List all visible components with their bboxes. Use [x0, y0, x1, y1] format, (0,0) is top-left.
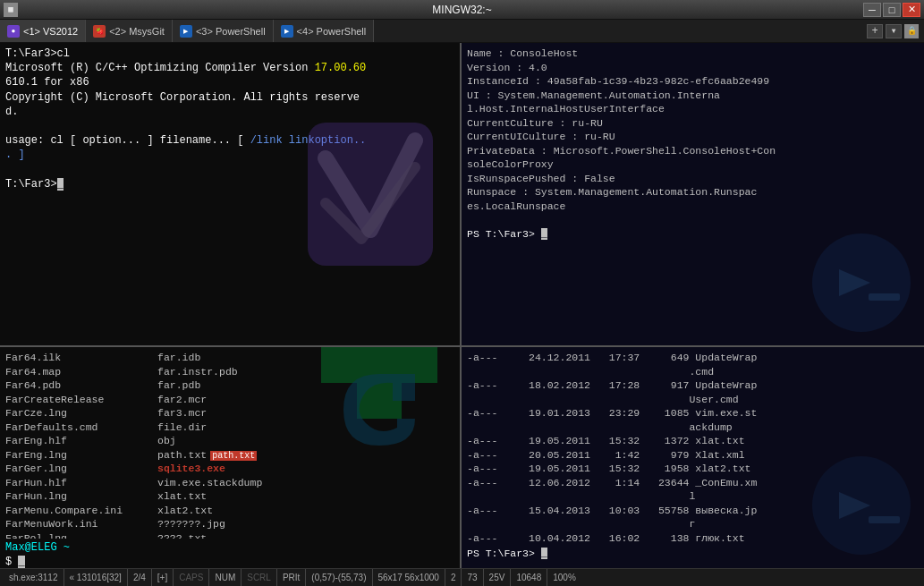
cmd-line-9	[5, 163, 454, 177]
ps-line-uiculture: CurrentUICulture : ru-RU	[467, 130, 919, 144]
tab-options-button[interactable]: ▾	[886, 24, 902, 38]
dir-row-8: -a--- 15.04.2013 10:03 55758 вывеска.jp …	[467, 504, 919, 531]
dir-row-6: -a--- 19.05.2011 15:32 1958 xlat2.txt	[467, 462, 919, 476]
ps2-icon: ▶	[281, 25, 293, 38]
file-item: far.idb	[157, 351, 336, 365]
status-prit: PRIt	[277, 569, 306, 586]
maximize-button[interactable]: □	[883, 3, 901, 17]
dir-row-1: -a--- 24.12.2011 17:37 649 UpdateWrap .c…	[467, 351, 919, 378]
tab-bar: ● <1> VS2012 🍓 <2> MsysGit ▶ <3> PowerSh…	[0, 20, 924, 43]
file-item: FarEng.hlf	[5, 434, 154, 448]
status-num: NUM	[209, 569, 242, 586]
status-size: 56x17 56x1000	[373, 569, 445, 586]
window-controls: ─ □ ✕	[863, 3, 920, 17]
file-item: FarCreateRelease	[5, 393, 154, 407]
panel-powershell-top[interactable]: Name : ConsoleHost Version : 4.0 Instanc…	[462, 43, 924, 347]
dir-row-4: -a--- 19.05.2011 15:32 1372 xlat.txt	[467, 434, 919, 448]
panel-vs2012[interactable]: T:\Far3>cl Microsoft (R) C/C++ Optimizin…	[0, 43, 462, 347]
ps-blank1	[467, 213, 919, 227]
cmd-line-2: Microsoft (R) C/C++ Optimizing Compiler …	[5, 61, 454, 75]
svg-rect-2	[869, 293, 900, 301]
cmd-line-8: . ]	[5, 148, 454, 162]
ps-line-instanceid: InstanceId : 49a58fab-1c39-4b23-982c-efc…	[467, 74, 919, 89]
file-item: obj	[157, 434, 336, 448]
svg-point-1	[812, 234, 911, 332]
file-item: far2.mcr	[157, 393, 336, 407]
cmd-line-1: T:\Far3>cl	[5, 47, 454, 61]
file-item: Far64.map	[5, 365, 154, 379]
file-item: FarMenu.Compare.ini	[5, 504, 154, 518]
file-item: FarHun.lng	[5, 489, 154, 504]
vs-icon: ●	[7, 25, 20, 38]
file-item: FarPol.lng	[5, 531, 154, 539]
file-item: FarGer.lng	[5, 462, 154, 476]
ps-line-ui1: UI : System.Management.Automation.Intern…	[467, 89, 919, 103]
ps-prompt-top: PS T:\Far3> _	[467, 227, 919, 242]
ps-line-runspace1: Runspace : System.Management.Automation.…	[467, 185, 919, 200]
ps-prompt-bottom: PS T:\Far3> _	[467, 547, 919, 561]
file-item: FarEng.lng	[5, 448, 154, 463]
git-icon: 🍓	[93, 25, 106, 38]
status-bar: sh.exe:3112 « 131016[32] 2/4 [+] CAPS NU…	[0, 568, 924, 586]
ps-line-version: Version : 4.0	[467, 61, 919, 75]
status-10648: 10648	[511, 569, 547, 586]
file-item: ???????.jpg	[157, 517, 336, 531]
main-content: T:\Far3>cl Microsoft (R) C/C++ Optimizin…	[0, 43, 924, 568]
add-tab-button[interactable]: +	[867, 24, 883, 38]
cmd-line-6	[5, 119, 454, 133]
dir-row-3: -a--- 19.01.2013 23:29 1085 vim.exe.st a…	[467, 406, 919, 434]
file-item: far.instr.pdb	[157, 365, 336, 379]
tab-ps1-label: <3> PowerShell	[196, 26, 266, 37]
status-num2: 2	[445, 569, 462, 586]
cmd-line-4: Copyright (C) Microsoft Corporation. All…	[5, 90, 454, 105]
tab-lock-icon: 🔒	[904, 24, 919, 38]
ps-line-priv2: soleColorProxy	[467, 157, 919, 172]
cmd-line-3: 610.1 for x86	[5, 75, 454, 89]
file-list-col1: Far64.ilk Far64.map Far64.pdb FarCreateR…	[5, 351, 157, 539]
file-item: vim.exe.stackdump	[157, 476, 336, 490]
file-item: file.dir	[157, 420, 336, 435]
ps-line-name: Name : ConsoleHost	[467, 47, 919, 61]
minimize-button[interactable]: ─	[863, 3, 881, 17]
file-item: xlat.txt	[157, 489, 336, 504]
ps-line-ui2: l.Host.InternalHostUserInterface	[467, 102, 919, 116]
cmd-line-10: T:\Far3>_	[5, 177, 454, 191]
file-item: ????.txt	[157, 531, 336, 539]
ps-logo-overlay-top	[808, 229, 915, 336]
ps1-icon: ▶	[180, 25, 192, 38]
ps-line-runspace2: es.LocalRunspace	[467, 200, 919, 214]
ps-line-runspace-pushed: IsRunspacePushed : False	[467, 172, 919, 186]
file-item: path.txtpath.txt	[157, 448, 336, 463]
status-scrl: SCRL	[242, 569, 277, 586]
panel-msysgit[interactable]: Far64.ilk Far64.map Far64.pdb FarCreateR…	[0, 347, 462, 568]
dir-row-5: -a--- 20.05.2011 1:42 979 Xlat.xml	[467, 448, 919, 463]
ps-line-priv1: PrivateData : Microsoft.PowerShell.Conso…	[467, 144, 919, 158]
bottom-panels: Far64.ilk Far64.map Far64.pdb FarCreateR…	[0, 347, 924, 568]
status-tab-num: 2/4	[128, 569, 152, 586]
git-shell-prompt: $ _	[5, 555, 454, 568]
status-73: 73	[462, 569, 483, 586]
file-item: FarCze.lng	[5, 406, 154, 420]
file-item: xlat2.txt	[157, 504, 336, 518]
tab-powershell1[interactable]: ▶ <3> PowerShell	[173, 20, 274, 42]
tab-vs2012[interactable]: ● <1> VS2012	[0, 20, 86, 42]
title-bar: ▦ MINGW32:~ ─ □ ✕	[0, 0, 924, 20]
tab-msysgit[interactable]: 🍓 <2> MsysGit	[86, 20, 173, 42]
status-zoom: 100%	[547, 569, 581, 586]
git-prompt-area: Max@ELEG ~ $ _	[5, 540, 454, 568]
file-item: far3.mcr	[157, 406, 336, 420]
ps-line-culture: CurrentCulture : ru-RU	[467, 116, 919, 131]
panel-powershell-bottom[interactable]: -a--- 24.12.2011 17:37 649 UpdateWrap .c…	[462, 347, 924, 568]
close-button[interactable]: ✕	[903, 3, 920, 17]
file-list-col2: far.idb far.instr.pdb far.pdb far2.mcr f…	[157, 351, 336, 539]
status-coords: (0,57)-(55,73)	[306, 569, 372, 586]
title-bar-left: ▦	[4, 3, 18, 17]
status-25v: 25V	[484, 569, 512, 586]
file-item-sqlite: sqlite3.exe	[157, 462, 336, 476]
tab-add-area: + ▾ 🔒	[861, 20, 924, 42]
window-title: MINGW32:~	[0, 4, 924, 16]
tab-powershell2[interactable]: ▶ <4> PowerShell	[274, 20, 375, 42]
file-item: FarMenuWork.ini	[5, 517, 154, 531]
status-plus: [+]	[152, 569, 174, 586]
file-item: FarDefaults.cmd	[5, 420, 154, 435]
